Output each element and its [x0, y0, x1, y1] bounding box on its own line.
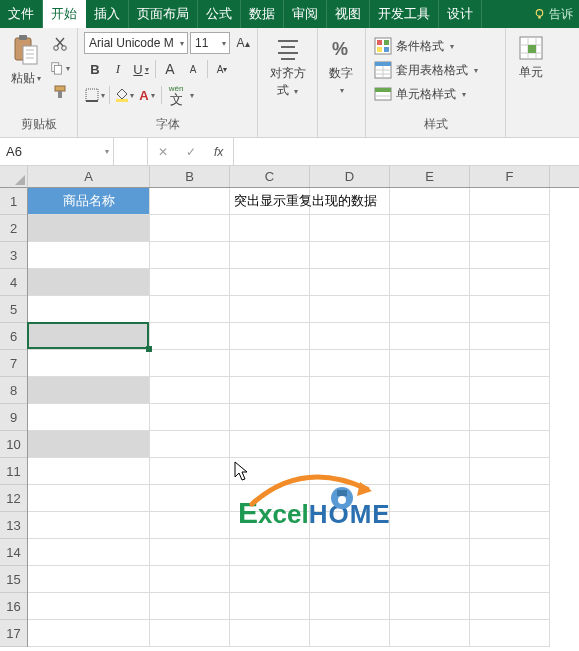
paste-button[interactable]: 粘贴▾: [6, 32, 46, 87]
cell[interactable]: [310, 566, 390, 593]
cell[interactable]: [310, 377, 390, 404]
cell[interactable]: [150, 485, 230, 512]
font-color-button[interactable]: A▾: [136, 84, 158, 106]
tell-me[interactable]: 告诉: [527, 0, 579, 28]
cell[interactable]: [150, 323, 230, 350]
cell[interactable]: [390, 323, 470, 350]
cell[interactable]: [470, 242, 550, 269]
row-header[interactable]: 3: [0, 242, 27, 269]
cell[interactable]: [230, 404, 310, 431]
cell[interactable]: [310, 242, 390, 269]
cell[interactable]: [150, 566, 230, 593]
cells-button[interactable]: 单元: [512, 32, 550, 81]
cell[interactable]: [230, 539, 310, 566]
cell[interactable]: [28, 431, 150, 458]
cell[interactable]: [390, 539, 470, 566]
copy-button[interactable]: ▾: [50, 59, 70, 77]
cell[interactable]: [310, 296, 390, 323]
row-header[interactable]: 10: [0, 431, 27, 458]
cut-button[interactable]: [50, 35, 70, 53]
alignment-button[interactable]: 对齐方式 ▾: [264, 32, 311, 99]
fill-handle[interactable]: [146, 346, 152, 352]
cell[interactable]: [230, 377, 310, 404]
row-header[interactable]: 9: [0, 404, 27, 431]
cell[interactable]: [28, 215, 150, 242]
cell[interactable]: [470, 458, 550, 485]
column-header[interactable]: F: [470, 166, 550, 187]
cell[interactable]: [28, 323, 150, 350]
row-header[interactable]: 1: [0, 188, 27, 215]
column-header[interactable]: B: [150, 166, 230, 187]
fx-button[interactable]: fx: [214, 145, 223, 159]
cell[interactable]: [28, 620, 150, 647]
tab-design[interactable]: 设计: [439, 0, 482, 28]
phonetic-button[interactable]: wén文: [165, 84, 187, 106]
font-subscript-button[interactable]: A: [182, 58, 204, 80]
cell[interactable]: 商品名称: [28, 188, 150, 215]
cell[interactable]: [150, 350, 230, 377]
cell[interactable]: [150, 404, 230, 431]
tab-view[interactable]: 视图: [327, 0, 370, 28]
column-header[interactable]: A: [28, 166, 150, 187]
tab-home[interactable]: 开始: [43, 0, 86, 28]
increase-font-button[interactable]: A▴: [232, 32, 254, 54]
cell[interactable]: [150, 431, 230, 458]
cell[interactable]: [310, 215, 390, 242]
cell[interactable]: [390, 512, 470, 539]
cell[interactable]: [150, 215, 230, 242]
cancel-formula-icon[interactable]: ✕: [158, 145, 168, 159]
cell[interactable]: [230, 215, 310, 242]
cell[interactable]: [390, 269, 470, 296]
row-header[interactable]: 7: [0, 350, 27, 377]
tab-insert[interactable]: 插入: [86, 0, 129, 28]
cell-styles-button[interactable]: 单元格样式▾: [372, 82, 468, 106]
decrease-font-button[interactable]: A▾: [211, 58, 233, 80]
cell[interactable]: [150, 593, 230, 620]
cell[interactable]: [150, 458, 230, 485]
cell[interactable]: [310, 512, 390, 539]
cell[interactable]: [470, 566, 550, 593]
cell[interactable]: [470, 620, 550, 647]
cell[interactable]: [150, 296, 230, 323]
cell[interactable]: [470, 593, 550, 620]
cell[interactable]: [310, 593, 390, 620]
cell[interactable]: [28, 566, 150, 593]
row-header[interactable]: 11: [0, 458, 27, 485]
font-size-combo[interactable]: 11▾: [190, 32, 230, 54]
cell[interactable]: [310, 350, 390, 377]
borders-button[interactable]: ▾: [84, 84, 106, 106]
cell[interactable]: [390, 404, 470, 431]
cell[interactable]: [150, 377, 230, 404]
cell[interactable]: [230, 323, 310, 350]
cell[interactable]: [150, 269, 230, 296]
accept-formula-icon[interactable]: ✓: [186, 145, 196, 159]
cell[interactable]: 突出显示重复出现的数据: [230, 188, 310, 215]
cell[interactable]: [28, 269, 150, 296]
cell[interactable]: [28, 404, 150, 431]
cell[interactable]: [230, 242, 310, 269]
cell[interactable]: [230, 431, 310, 458]
row-header[interactable]: 17: [0, 620, 27, 647]
cell[interactable]: [28, 350, 150, 377]
cell[interactable]: [230, 458, 310, 485]
cell[interactable]: [28, 512, 150, 539]
cell[interactable]: [390, 188, 470, 215]
row-header[interactable]: 6: [0, 323, 27, 350]
tab-formulas[interactable]: 公式: [198, 0, 241, 28]
cell[interactable]: [28, 539, 150, 566]
cell[interactable]: [150, 188, 230, 215]
cell[interactable]: [390, 215, 470, 242]
cell[interactable]: [470, 485, 550, 512]
row-header[interactable]: 8: [0, 377, 27, 404]
column-header[interactable]: D: [310, 166, 390, 187]
cell[interactable]: [28, 296, 150, 323]
column-header[interactable]: C: [230, 166, 310, 187]
cell[interactable]: [310, 539, 390, 566]
cell[interactable]: [390, 242, 470, 269]
fill-color-button[interactable]: ▾: [113, 84, 135, 106]
cell[interactable]: [28, 242, 150, 269]
cell[interactable]: [390, 377, 470, 404]
name-box[interactable]: A6 ▾: [0, 138, 114, 165]
cell[interactable]: [470, 269, 550, 296]
cell[interactable]: [470, 215, 550, 242]
